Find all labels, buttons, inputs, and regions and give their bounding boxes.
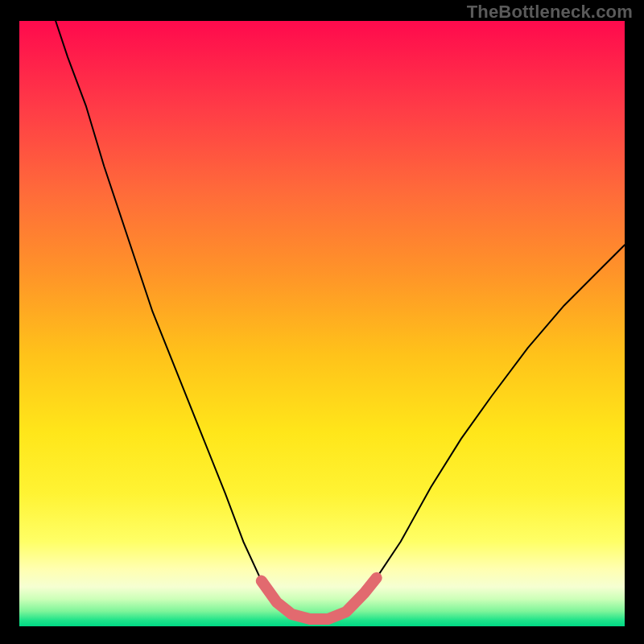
chart-frame: TheBottleneck.com — [0, 0, 644, 644]
svg-rect-0 — [19, 21, 625, 626]
bottleneck-chart — [0, 0, 644, 644]
attribution-text: TheBottleneck.com — [467, 2, 633, 23]
